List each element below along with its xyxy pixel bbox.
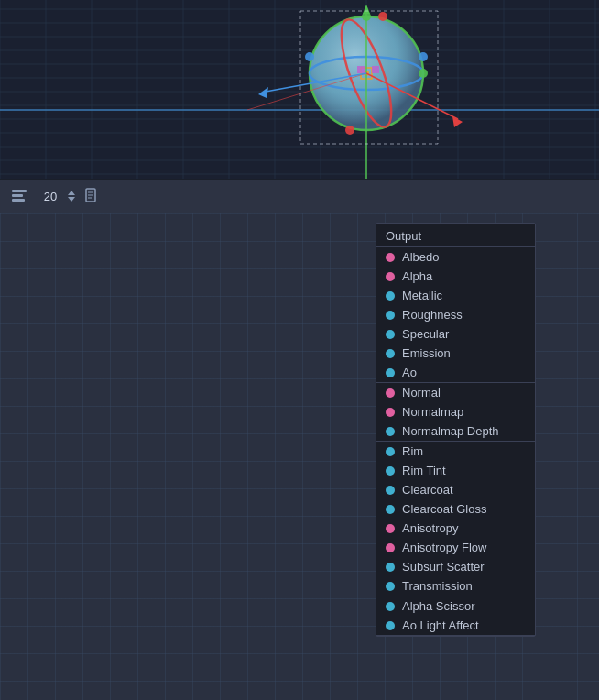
dot-rim-tint: [386, 466, 395, 476]
label-emission: Emission: [402, 346, 451, 360]
toolbar: 20: [0, 179, 599, 213]
label-anisotropy-flow: Anisotropy Flow: [402, 541, 486, 554]
frame-stepper[interactable]: [68, 190, 75, 202]
dropdown-section-2: Normal Normalmap Normalmap Depth: [376, 383, 535, 442]
dot-normalmap-depth: [386, 427, 395, 436]
dot-normalmap: [386, 408, 395, 417]
item-alpha[interactable]: Alpha: [376, 267, 535, 286]
svg-rect-43: [372, 66, 379, 73]
label-metallic: Metallic: [402, 289, 442, 302]
item-rim[interactable]: Rim: [376, 442, 535, 461]
svg-point-39: [305, 52, 314, 61]
label-clearcoat: Clearcoat: [402, 483, 453, 497]
dropdown-section-4: Alpha Scissor Ao Light Affect: [376, 596, 535, 636]
label-subsurf-scatter: Subsurf Scatter: [402, 560, 485, 574]
svg-point-38: [419, 52, 428, 61]
item-anisotropy[interactable]: Anisotropy: [376, 519, 535, 538]
label-ao: Ao: [402, 366, 417, 379]
frame-number: 20: [37, 190, 64, 203]
label-alpha: Alpha: [402, 269, 432, 283]
dot-transmission: [386, 582, 395, 591]
label-ao-light-affect: Ao Light Affect: [402, 618, 479, 632]
tool-icon[interactable]: [9, 186, 29, 206]
svg-point-40: [378, 12, 387, 21]
svg-rect-55: [12, 199, 25, 202]
doc-button[interactable]: [82, 187, 101, 205]
label-roughness: Roughness: [402, 308, 463, 322]
dot-emission: [386, 349, 395, 358]
label-normal: Normal: [402, 386, 441, 399]
item-normal[interactable]: Normal: [376, 383, 535, 402]
label-rim-tint: Rim Tint: [402, 464, 446, 477]
label-anisotropy: Anisotropy: [402, 521, 458, 535]
item-clearcoat-gloss[interactable]: Clearcoat Gloss: [376, 499, 535, 519]
label-albedo: Albedo: [402, 250, 439, 264]
item-clearcoat[interactable]: Clearcoat: [376, 480, 535, 499]
dot-ao-light-affect: [386, 621, 395, 630]
item-normalmap-depth[interactable]: Normalmap Depth: [376, 421, 535, 441]
label-transmission: Transmission: [402, 579, 473, 593]
item-emission[interactable]: Emission: [376, 344, 535, 363]
output-dropdown: Output Albedo Alpha Metallic Roughness: [376, 223, 536, 637]
item-metallic[interactable]: Metallic: [376, 286, 535, 305]
main-area: Output Albedo Alpha Metallic Roughness: [0, 213, 599, 700]
dot-alpha-scissor: [386, 602, 395, 611]
dot-specular: [386, 330, 395, 339]
svg-point-41: [345, 126, 354, 135]
dot-roughness: [386, 311, 395, 320]
item-ao[interactable]: Ao: [376, 363, 535, 382]
item-ao-light-affect[interactable]: Ao Light Affect: [376, 616, 535, 635]
svg-rect-42: [357, 66, 365, 73]
item-subsurf-scatter[interactable]: Subsurf Scatter: [376, 557, 535, 576]
dot-albedo: [386, 253, 395, 262]
svg-rect-53: [12, 190, 27, 192]
label-alpha-scissor: Alpha Scissor: [402, 599, 474, 613]
item-rim-tint[interactable]: Rim Tint: [376, 461, 535, 480]
item-anisotropy-flow[interactable]: Anisotropy Flow: [376, 538, 535, 557]
label-normalmap-depth: Normalmap Depth: [402, 424, 499, 438]
dot-alpha: [386, 272, 395, 281]
label-normalmap: Normalmap: [402, 405, 463, 419]
dot-anisotropy: [386, 524, 395, 533]
dot-ao: [386, 368, 395, 377]
dropdown-header: Output: [376, 224, 535, 247]
item-alpha-scissor[interactable]: Alpha Scissor: [376, 596, 535, 616]
label-specular: Specular: [402, 327, 449, 341]
svg-rect-54: [12, 194, 23, 197]
item-specular[interactable]: Specular: [376, 324, 535, 344]
dot-clearcoat-gloss: [386, 505, 395, 514]
dot-anisotropy-flow: [386, 543, 395, 552]
dot-rim: [386, 447, 395, 456]
label-rim: Rim: [402, 444, 423, 458]
item-roughness[interactable]: Roughness: [376, 305, 535, 324]
item-normalmap[interactable]: Normalmap: [376, 402, 535, 421]
svg-point-37: [419, 69, 428, 78]
item-transmission[interactable]: Transmission: [376, 576, 535, 596]
dot-metallic: [386, 291, 395, 301]
dropdown-section-1: Albedo Alpha Metallic Roughness Specular…: [376, 247, 535, 383]
viewport-3d[interactable]: [0, 0, 599, 179]
dot-normal: [386, 388, 395, 398]
svg-rect-0: [0, 0, 599, 179]
dot-subsurf-scatter: [386, 563, 395, 572]
dot-clearcoat: [386, 486, 395, 495]
label-clearcoat-gloss: Clearcoat Gloss: [402, 502, 486, 516]
item-albedo[interactable]: Albedo: [376, 247, 535, 267]
dropdown-section-3: Rim Rim Tint Clearcoat Clearcoat Gloss A…: [376, 442, 535, 596]
